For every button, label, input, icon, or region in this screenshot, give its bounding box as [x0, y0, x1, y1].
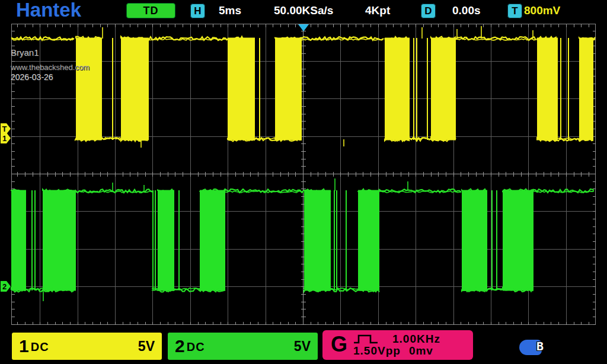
- horizontal-icon: H: [190, 4, 205, 18]
- overlay-website: www.thebackshed.com: [11, 63, 90, 72]
- oscilloscope-screen: T12 Hantek TD H 5ms 50.00KSa/s 4Kpt D 0.…: [0, 0, 607, 364]
- trigger-level-value: 800mV: [524, 4, 560, 17]
- usb-device-letter: B: [536, 339, 544, 353]
- brand-logo: Hantek: [16, 0, 81, 21]
- delay-icon: D: [421, 4, 436, 18]
- trigger-icon: T: [507, 4, 522, 18]
- overlay-username: Bryan1: [11, 47, 39, 58]
- sample-rate-value: 50.00KSa/s: [274, 4, 333, 17]
- svg-text:T: T: [2, 124, 7, 133]
- overlay-date: 2026-03-26: [11, 72, 53, 82]
- horizontal-offset-value: 0.00s: [452, 4, 481, 17]
- svg-text:2: 2: [2, 282, 7, 291]
- timebase-value: 5ms: [219, 4, 241, 17]
- svg-text:1: 1: [2, 134, 7, 143]
- waveform-display: T12: [0, 0, 607, 364]
- trigger-status-chip: TD: [126, 3, 175, 18]
- memory-depth-value: 4Kpt: [365, 4, 390, 17]
- status-bar: Hantek TD H 5ms 50.00KSa/s 4Kpt D 0.00s …: [0, 0, 607, 23]
